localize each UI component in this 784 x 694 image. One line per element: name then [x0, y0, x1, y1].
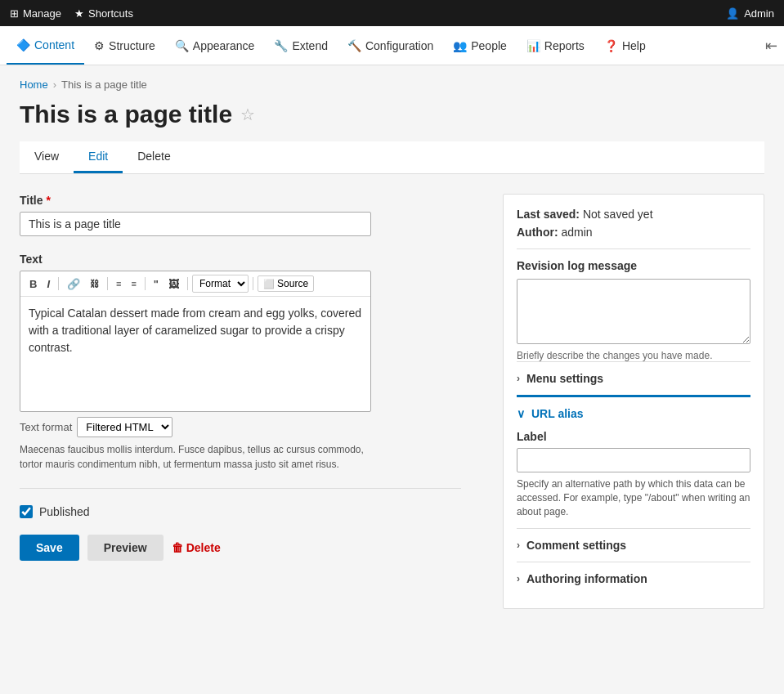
- title-label: Title *: [20, 194, 483, 207]
- rte-ul-button[interactable]: ≡: [112, 277, 125, 291]
- delete-icon: 🗑: [172, 541, 183, 554]
- sidebar-card: Last saved: Not saved yet Author: admin …: [503, 194, 764, 609]
- label-field-label: Label: [517, 430, 750, 443]
- breadcrumb: Home › This is a page title: [20, 78, 764, 91]
- rte-link-button[interactable]: 🔗: [63, 276, 84, 292]
- nav-content[interactable]: 🔷 Content: [7, 26, 84, 65]
- url-alias-header[interactable]: ∨ URL alias: [517, 407, 750, 420]
- admin-bar-right: 👤 Admin: [726, 7, 774, 20]
- last-saved-row: Last saved: Not saved yet: [517, 208, 750, 221]
- shortcuts-menu-item[interactable]: ★ Shortcuts: [74, 7, 133, 20]
- comment-settings-label: Comment settings: [526, 539, 626, 552]
- tab-view[interactable]: View: [20, 141, 74, 173]
- menu-settings-chevron: ›: [517, 373, 520, 384]
- rte-separator-4: [187, 277, 188, 290]
- comment-settings-section: › Comment settings: [517, 528, 750, 562]
- breadcrumb-home[interactable]: Home: [20, 78, 48, 91]
- page-tabs: View Edit Delete: [20, 141, 764, 174]
- configuration-icon: 🔨: [347, 39, 361, 52]
- text-format-select[interactable]: Filtered HTML: [77, 417, 172, 437]
- comment-settings-chevron: ›: [517, 540, 520, 551]
- authoring-info-chevron: ›: [517, 573, 520, 584]
- nav-reports[interactable]: 📊 Reports: [517, 26, 594, 65]
- nav-structure-label: Structure: [109, 39, 155, 52]
- bookmark-icon[interactable]: ☆: [240, 105, 255, 124]
- url-alias-chevron: ∨: [517, 407, 525, 420]
- source-icon: ⬜: [263, 279, 275, 289]
- rte-separator-5: [253, 277, 253, 290]
- published-checkbox[interactable]: [20, 505, 33, 518]
- reports-icon: 📊: [526, 39, 540, 52]
- rte-separator-3: [145, 277, 146, 290]
- admin-user-icon: 👤: [726, 7, 739, 20]
- text-field-group: Text B I 🔗 ⛓ ≡ ≡ " 🖼: [20, 253, 483, 472]
- author-row: Author: admin: [517, 226, 750, 239]
- right-sidebar: Last saved: Not saved yet Author: admin …: [503, 194, 764, 609]
- comment-settings-header[interactable]: › Comment settings: [517, 539, 750, 552]
- nav-extend-label: Extend: [292, 39, 328, 52]
- title-field-group: Title *: [20, 194, 483, 236]
- help-icon: ❓: [604, 39, 618, 52]
- rte-image-button[interactable]: 🖼: [164, 276, 183, 292]
- manage-label: Manage: [23, 7, 61, 20]
- nav-help-label: Help: [622, 39, 646, 52]
- nav-extend[interactable]: 🔧 Extend: [264, 26, 338, 65]
- nav-bar: 🔷 Content ⚙ Structure 🔍 Appearance 🔧 Ext…: [0, 26, 784, 65]
- tab-edit[interactable]: Edit: [74, 141, 123, 173]
- revision-log-textarea[interactable]: [517, 279, 750, 344]
- authoring-info-label: Authoring information: [526, 572, 647, 585]
- rte-content-area[interactable]: Typical Catalan dessert made from cream …: [20, 297, 370, 411]
- preview-button[interactable]: Preview: [87, 535, 164, 561]
- shortcuts-label: Shortcuts: [88, 7, 133, 20]
- admin-bar-left: ⊞ Manage ★ Shortcuts: [10, 7, 133, 20]
- tab-delete[interactable]: Delete: [123, 141, 185, 173]
- page-title-row: This is a page title ☆: [20, 101, 764, 128]
- manage-menu-item[interactable]: ⊞ Manage: [10, 7, 61, 20]
- rte-unlink-button[interactable]: ⛓: [86, 277, 103, 291]
- required-indicator: *: [47, 194, 51, 207]
- rte-format-select[interactable]: Format: [192, 275, 249, 293]
- rte-italic-button[interactable]: I: [43, 276, 54, 292]
- content-icon: 🔷: [16, 38, 30, 51]
- nav-people-label: People: [471, 39, 507, 52]
- section-divider: [20, 488, 461, 489]
- rte-blockquote-button[interactable]: ": [150, 276, 163, 292]
- nav-configuration-label: Configuration: [365, 39, 433, 52]
- rte-ol-button[interactable]: ≡: [127, 277, 140, 291]
- revision-log-section: Revision log message Briefly describe th…: [517, 248, 750, 361]
- nav-people[interactable]: 👥 People: [443, 26, 517, 65]
- breadcrumb-current: This is a page title: [61, 78, 147, 91]
- nav-collapse-button[interactable]: ⇤: [765, 37, 777, 55]
- menu-settings-header[interactable]: › Menu settings: [517, 372, 750, 385]
- delete-button[interactable]: 🗑 Delete: [172, 541, 221, 554]
- nav-structure[interactable]: ⚙ Structure: [84, 26, 165, 65]
- text-format-row: Text format Filtered HTML: [20, 417, 483, 437]
- rte-source-button[interactable]: ⬜ Source: [258, 275, 314, 292]
- format-help-text: Maecenas faucibus mollis interdum. Fusce…: [20, 442, 371, 472]
- manage-icon: ⊞: [10, 7, 19, 20]
- page-title: This is a page title: [20, 101, 232, 128]
- nav-configuration[interactable]: 🔨 Configuration: [338, 26, 443, 65]
- rich-text-editor: B I 🔗 ⛓ ≡ ≡ " 🖼 Format: [20, 271, 371, 412]
- label-input[interactable]: [517, 448, 750, 472]
- star-icon: ★: [74, 7, 84, 20]
- text-label: Text: [20, 253, 483, 266]
- authoring-info-section: › Authoring information: [517, 562, 750, 595]
- nav-appearance-label: Appearance: [193, 39, 255, 52]
- nav-appearance[interactable]: 🔍 Appearance: [165, 26, 265, 65]
- action-buttons: Save Preview 🗑 Delete: [20, 535, 483, 561]
- nav-help[interactable]: ❓ Help: [594, 26, 656, 65]
- rte-bold-button[interactable]: B: [25, 276, 41, 292]
- published-label: Published: [39, 505, 90, 518]
- breadcrumb-separator: ›: [53, 78, 56, 91]
- title-input[interactable]: [20, 212, 371, 236]
- authoring-info-header[interactable]: › Authoring information: [517, 572, 750, 585]
- left-column: Title * Text B I 🔗 ⛓ ≡: [20, 194, 483, 561]
- admin-bar: ⊞ Manage ★ Shortcuts 👤 Admin: [0, 0, 784, 26]
- save-button[interactable]: Save: [20, 535, 79, 561]
- structure-icon: ⚙: [94, 39, 105, 52]
- menu-settings-label: Menu settings: [526, 372, 603, 385]
- rte-separator-2: [107, 277, 108, 290]
- admin-label[interactable]: Admin: [744, 7, 774, 20]
- menu-settings-section: › Menu settings: [517, 361, 750, 395]
